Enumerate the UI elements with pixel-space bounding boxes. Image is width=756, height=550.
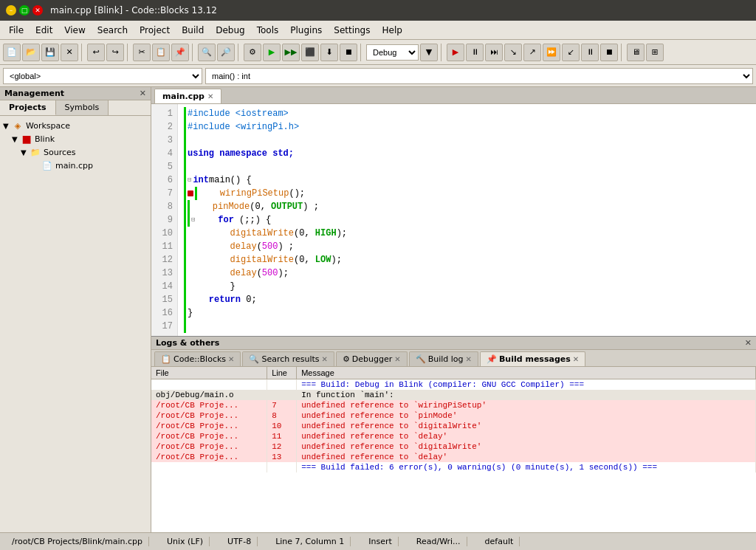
menu-view[interactable]: View <box>58 24 91 37</box>
table-row: obj/Debug/main.o In function `main': <box>151 390 756 400</box>
debug-next2-button[interactable]: ⏩ <box>543 44 560 61</box>
minimize-button[interactable]: – <box>6 5 16 16</box>
menu-plugins[interactable]: Plugins <box>284 24 328 37</box>
search-tab-close[interactable]: ✕ <box>322 355 328 363</box>
run-button[interactable]: ▶ <box>263 44 281 61</box>
debug-step-button[interactable]: ↘ <box>504 44 522 61</box>
green-bar <box>184 107 186 120</box>
bottom-panel-close[interactable]: ✕ <box>745 338 752 348</box>
buildlog-tab-close[interactable]: ✕ <box>466 355 472 363</box>
stop2-button[interactable]: ⏹ <box>340 44 357 61</box>
combo-arrow-button[interactable]: ▼ <box>420 44 438 61</box>
project-icon: ■ <box>21 133 32 145</box>
tree-workspace[interactable]: ▼ ◈ Workspace <box>0 119 151 132</box>
code-text: for (;;) { <box>196 213 271 227</box>
menu-settings[interactable]: Settings <box>328 24 376 37</box>
status-line-ending: Unix (LF) <box>161 537 210 546</box>
menu-search[interactable]: Search <box>92 24 134 37</box>
sources-arrow[interactable]: ▼ <box>21 148 30 157</box>
bottom-panel-header: Logs & others ✕ <box>151 337 756 350</box>
search-button[interactable]: 🔍 <box>198 44 216 61</box>
blink-arrow[interactable]: ▼ <box>12 135 21 143</box>
msg-file: obj/Debug/main.o <box>151 390 267 400</box>
editor-tab-close[interactable]: ✕ <box>207 92 213 100</box>
debugger-tab-close[interactable]: ✕ <box>394 355 400 363</box>
green-bar <box>184 200 186 213</box>
bottom-panel: Logs & others ✕ 📋 Code::Blocks ✕ 🔍 Searc… <box>151 336 756 532</box>
code-text: #include <wiringPi.h> <box>188 120 299 134</box>
debug-out-button[interactable]: ↗ <box>523 44 541 61</box>
debug-window-button[interactable]: 🖥 <box>627 44 645 61</box>
debug-next-button[interactable]: ⏭ <box>485 44 503 61</box>
debug-stop-button[interactable]: ⏸ <box>466 44 484 61</box>
debug-step2-button[interactable]: ↙ <box>562 44 580 61</box>
maximize-button[interactable]: □ <box>19 5 30 16</box>
codeblocks-tab-close[interactable]: ✕ <box>228 355 234 363</box>
tab-projects[interactable]: Projects <box>0 100 56 115</box>
tab-build-messages[interactable]: 📌 Build messages ✕ <box>480 351 585 366</box>
menu-edit[interactable]: Edit <box>30 24 58 37</box>
tree-project-blink[interactable]: ▼ ■ Blink <box>0 132 151 145</box>
menu-debug[interactable]: Debug <box>210 24 250 37</box>
cut-button[interactable]: ✂ <box>133 44 151 61</box>
tab-build-log[interactable]: 🔨 Build log ✕ <box>409 351 478 366</box>
buildmsg-tab-close[interactable]: ✕ <box>573 355 579 363</box>
close-button[interactable]: ✕ <box>32 5 43 16</box>
close-file-button[interactable]: ✕ <box>61 44 78 61</box>
build-run-button[interactable]: ▶▶ <box>282 44 300 61</box>
debug-stop2-button[interactable]: ⏹ <box>600 44 618 61</box>
workspace-arrow[interactable]: ▼ <box>3 122 12 130</box>
tab-search-results[interactable]: 🔍 Search results ✕ <box>242 351 334 366</box>
toolbar-sep-3 <box>192 44 195 61</box>
download-button[interactable]: ⬇ <box>320 44 338 61</box>
toolbar-sep-7 <box>621 44 624 61</box>
debug-pause-button[interactable]: ⏸ <box>581 44 599 61</box>
for-collapse-icon[interactable]: ⊟ <box>191 213 195 227</box>
stop-button[interactable]: ⬛ <box>301 44 319 61</box>
scope-combo[interactable]: <global> <box>3 68 202 84</box>
editor-area: main.cpp ✕ 12345 678910 1112131415 1617 <box>151 87 756 336</box>
msg-text: undefined reference to `delay' <box>297 431 756 441</box>
msg-file: /root/CB Proje... <box>151 452 267 462</box>
msg-line: 13 <box>267 452 297 462</box>
main-area: Management ✕ Projects Symbols ▼ ◈ Worksp… <box>0 87 756 532</box>
code-editor[interactable]: 12345 678910 1112131415 1617 #include <i… <box>151 104 756 336</box>
menu-help[interactable]: Help <box>376 24 408 37</box>
paste-button[interactable]: 📌 <box>171 44 189 61</box>
editor-tab-maincpp[interactable]: main.cpp ✕ <box>154 89 221 103</box>
window-controls[interactable]: – □ ✕ <box>6 5 43 16</box>
menu-tools[interactable]: Tools <box>251 24 285 37</box>
messages-table: File Line Message === Build: Debug in Bl… <box>151 367 756 472</box>
open-button[interactable]: 📂 <box>22 44 40 61</box>
undo-button[interactable]: ↩ <box>87 44 105 61</box>
build-settings-button[interactable]: ⚙ <box>244 44 261 61</box>
replace-button[interactable]: 🔎 <box>217 44 235 61</box>
code-line-1: #include <iostream> <box>184 107 750 120</box>
debug-extra-button[interactable]: ⊞ <box>646 44 664 61</box>
code-editor-container: 12345 678910 1112131415 1617 #include <i… <box>151 104 756 336</box>
redo-button[interactable]: ↪ <box>106 44 124 61</box>
new-button[interactable]: 📄 <box>3 44 21 61</box>
breakpoint-marker[interactable] <box>188 190 193 196</box>
tab-symbols[interactable]: Symbols <box>56 100 109 115</box>
tab-codeblocks[interactable]: 📋 Code::Blocks ✕ <box>154 351 241 366</box>
tree-file-maincpp[interactable]: ▶ 📄 main.cpp <box>0 159 151 172</box>
code-content[interactable]: #include <iostream> #include <wiringPi.h… <box>178 104 756 336</box>
copy-button[interactable]: 📋 <box>152 44 170 61</box>
tab-debugger[interactable]: ⚙ Debugger ✕ <box>336 351 408 366</box>
function-combo[interactable]: main() : int <box>205 68 753 84</box>
debug-run-button[interactable]: ▶ <box>447 44 464 61</box>
save-button[interactable]: 💾 <box>41 44 59 61</box>
menu-project[interactable]: Project <box>134 24 176 37</box>
sidebar-tree: ▼ ◈ Workspace ▼ ■ Blink ▼ 📁 Sources ▶ 📄 … <box>0 116 151 532</box>
code-text: pinMode(0, OUTPUT) ; <box>191 200 319 213</box>
green-bar <box>184 253 186 267</box>
collapse-icon[interactable]: ⊟ <box>188 173 191 187</box>
menu-file[interactable]: File <box>3 24 30 37</box>
menu-build[interactable]: Build <box>176 24 210 37</box>
code-text: main() { <box>209 173 252 187</box>
sidebar-close-button[interactable]: ✕ <box>140 89 146 98</box>
tree-sources[interactable]: ▼ 📁 Sources <box>0 145 151 159</box>
code-line-13: delay(500); <box>184 267 750 280</box>
build-config-combo[interactable]: Debug Release <box>366 44 419 61</box>
